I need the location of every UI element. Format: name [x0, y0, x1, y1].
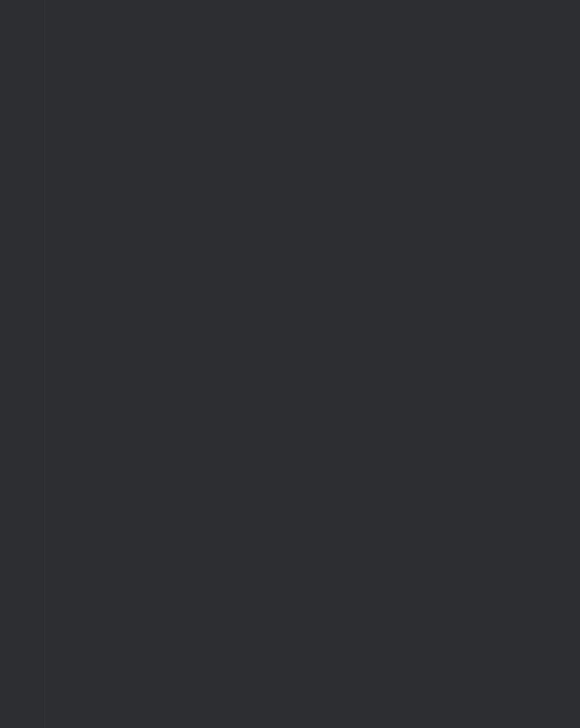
code-editor [0, 0, 580, 728]
annotation-arrows [0, 0, 580, 728]
gutter-separator [45, 0, 45, 728]
